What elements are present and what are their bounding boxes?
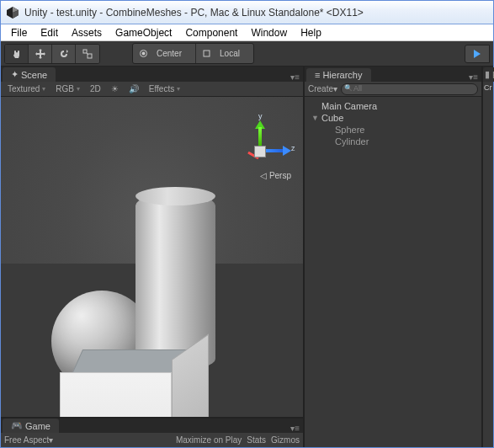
center-icon [140,50,147,57]
rotate-icon [59,49,69,59]
transform-tool-group [4,44,100,64]
chevron-down-icon: ▾ [77,85,80,93]
menu-help[interactable]: Help [294,25,328,40]
gizmo-y-axis [258,127,262,147]
menu-window[interactable]: Window [244,25,294,40]
hierarchy-tab-label: Hierarchy [322,70,362,80]
hierarchy-search-input[interactable]: All [341,83,478,95]
hierarchy-controlbar: Create▾ All [305,82,481,97]
move-icon [35,49,45,59]
pivot-local-label: Local [213,46,247,61]
game-tab-label: Game [25,421,50,431]
game-tab-menu-icon[interactable]: ▾≡ [287,424,303,433]
stub-cr[interactable]: Cr [483,82,493,97]
two-d-toggle[interactable]: 2D [87,84,104,93]
scene-tabbar: ✦Scene ▾≡ [1,67,303,82]
render-mode-dropdown[interactable]: RGB▾ [52,84,83,93]
move-tool-button[interactable] [29,45,52,63]
item-label: Cylinder [335,136,369,147]
titlebar: Unity - test.unity - CombineMeshes - PC,… [1,1,493,24]
folder-icon: ▮ [485,69,490,80]
stub-tabbar: ▮P [483,67,493,82]
chevron-down-icon: ▾ [42,85,45,93]
gizmo-y-label: y [258,112,263,120]
shading-dropdown[interactable]: Textured▾ [4,84,49,93]
foldout-icon[interactable]: ▼ [311,114,319,122]
pivot-toggle-group: Center Local [132,43,254,64]
effects-dropdown[interactable]: Effects▾ [146,84,183,93]
svg-point-6 [142,52,146,56]
create-label: Create [308,84,333,93]
lighting-toggle[interactable]: ☀ [108,84,122,93]
item-label: Cube [321,113,343,123]
game-controlbar: Free Aspect▾ Maximize on Play Stats Gizm… [1,433,303,447]
scene-tab-icon: ✦ [11,69,19,80]
menu-gameobject[interactable]: GameObject [109,25,178,40]
svg-line-5 [87,53,88,55]
game-panel: 🎮Game ▾≡ Free Aspect▾ Maximize on Play S… [1,417,303,447]
hand-tool-button[interactable] [5,45,29,63]
hierarchy-item-main-camera[interactable]: Main Camera [306,100,480,112]
persp-text: Persp [269,171,291,180]
audio-toggle[interactable]: 🔊 [125,84,142,93]
hierarchy-create-dropdown[interactable]: Create▾ [308,84,337,93]
scale-tool-button[interactable] [76,45,99,63]
scene-panel: Textured▾ RGB▾ 2D ☀ 🔊 Effects▾ [1,82,303,417]
hierarchy-item-cube[interactable]: ▼Cube [306,112,480,124]
rotate-tool-button[interactable] [52,45,76,63]
play-button[interactable] [465,45,490,63]
unity-logo-icon [6,6,19,19]
hierarchy-item-sphere[interactable]: Sphere [306,124,480,136]
gizmos-dropdown[interactable]: Gizmos [271,435,300,445]
local-icon [203,50,210,57]
gizmo-cube [254,146,266,157]
menu-assets[interactable]: Assets [65,25,109,40]
menu-edit[interactable]: Edit [34,25,65,40]
hierarchy-tab-menu-icon[interactable]: ▾≡ [465,72,481,82]
maximize-toggle[interactable]: Maximize on Play [176,435,242,445]
left-column: ✦Scene ▾≡ Textured▾ RGB▾ 2D ☀ 🔊 Effects▾ [1,67,305,447]
pivot-local-button[interactable]: Local [196,44,253,63]
menu-component[interactable]: Component [178,25,244,40]
scene-tab-label: Scene [21,70,47,80]
pivot-center-button[interactable]: Center [133,44,196,63]
scene-tab[interactable]: ✦Scene [3,67,56,82]
scale-icon [82,49,93,59]
hierarchy-tab[interactable]: ≡Hierarchy [306,68,371,82]
far-right-column: ▮P Cr [481,67,493,447]
stub-tab-p[interactable]: ▮P [483,67,494,82]
pivot-center-label: Center [150,46,189,61]
aspect-label: Free Aspect [4,435,49,445]
columns: ✦Scene ▾≡ Textured▾ RGB▾ 2D ☀ 🔊 Effects▾ [1,67,493,447]
chevron-down-icon: ▾ [177,85,180,93]
item-label: Sphere [335,125,364,135]
scene-controlbar: Textured▾ RGB▾ 2D ☀ 🔊 Effects▾ [1,82,303,97]
cylinder-top [135,187,215,205]
game-tabbar: 🎮Game ▾≡ [1,419,303,433]
shading-label: Textured [8,84,40,93]
projection-label[interactable]: ◁Persp [260,171,291,180]
aspect-dropdown[interactable]: Free Aspect▾ [4,435,53,445]
gizmo-z-axis [266,149,284,152]
render-mode-label: RGB [56,84,74,93]
main-toolbar: Center Local [1,41,493,67]
menubar: File Edit Assets GameObject Component Wi… [1,24,493,41]
window-title: Unity - test.unity - CombineMeshes - PC,… [24,7,364,19]
effects-label: Effects [149,84,174,93]
game-tab[interactable]: 🎮Game [3,419,59,433]
triangle-left-icon: ◁ [260,171,267,180]
menu-file[interactable]: File [4,25,34,40]
item-label: Main Camera [321,101,377,111]
chevron-down-icon: ▾ [333,84,337,93]
scene-viewport[interactable]: y z ◁Persp [1,97,303,417]
hierarchy-tabbar: ≡Hierarchy ▾≡ [305,67,481,82]
gizmos-label: Gizmos [271,435,300,445]
svg-marker-9 [474,50,481,58]
hierarchy-item-cylinder[interactable]: Cylinder [306,136,480,147]
unity-window: Unity - test.unity - CombineMeshes - PC,… [0,0,494,448]
scene-tab-menu-icon[interactable]: ▾≡ [287,72,303,82]
chevron-down-icon: ▾ [49,435,53,445]
hierarchy-panel: Create▾ All Main Camera ▼Cube Sphere Cyl… [305,82,481,447]
stats-toggle[interactable]: Stats [247,435,266,445]
svg-rect-3 [83,50,87,53]
